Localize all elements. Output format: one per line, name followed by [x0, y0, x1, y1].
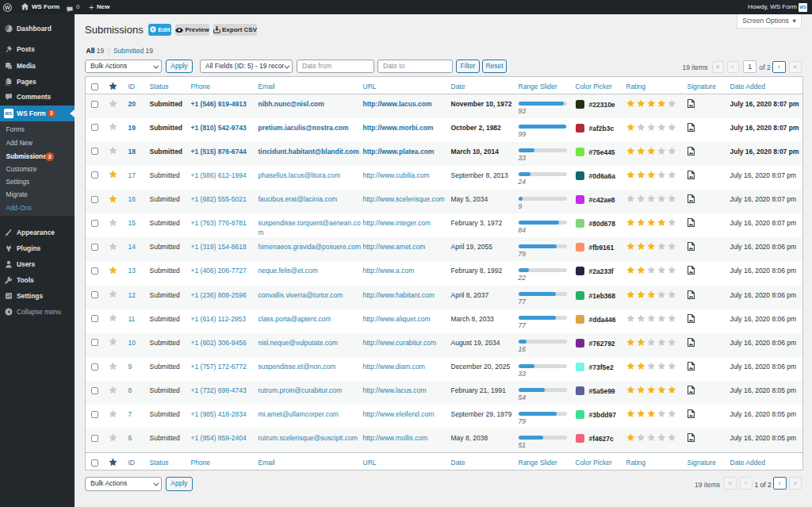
- svg-text:W: W: [5, 4, 10, 10]
